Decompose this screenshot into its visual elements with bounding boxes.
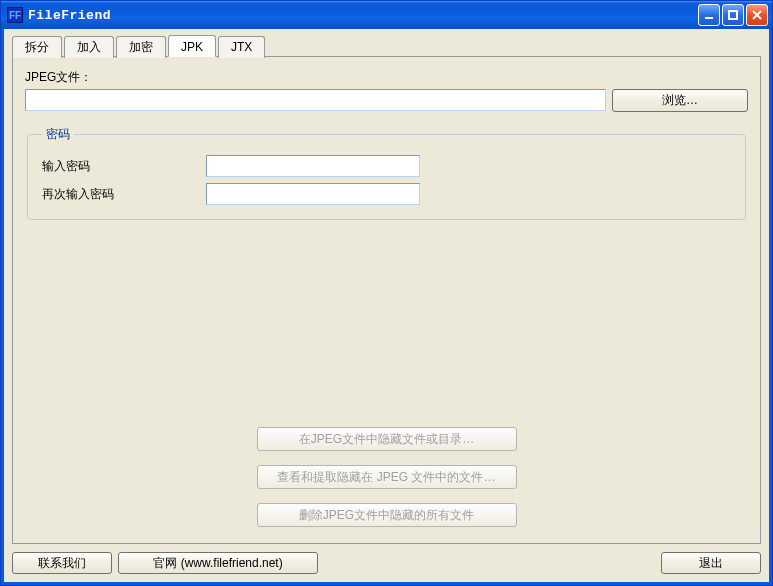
delete-hidden-button[interactable]: 删除JPEG文件中隐藏的所有文件 — [257, 503, 517, 527]
jpeg-file-input[interactable] — [25, 89, 606, 111]
confirm-password-label: 再次输入密码 — [42, 186, 206, 203]
extract-from-jpeg-button[interactable]: 查看和提取隐藏在 JPEG 文件中的文件… — [257, 465, 517, 489]
maximize-icon — [727, 9, 739, 21]
close-icon — [751, 9, 763, 21]
tab-split[interactable]: 拆分 — [12, 36, 62, 58]
close-button[interactable] — [746, 4, 768, 26]
window-title: FileFriend — [28, 8, 111, 23]
app-window: FF FileFriend 拆分 加入 加密 JPK JTX JPEG文件： — [0, 0, 773, 586]
website-button[interactable]: 官网 (www.filefriend.net) — [118, 552, 318, 574]
tab-panel-jpk: JPEG文件： 浏览… 密码 输入密码 再次输入密码 在JPEG文件中隐藏文件或… — [12, 56, 761, 544]
minimize-button[interactable] — [698, 4, 720, 26]
tab-jtx[interactable]: JTX — [218, 36, 265, 58]
svg-rect-1 — [729, 11, 737, 19]
tab-encrypt[interactable]: 加密 — [116, 36, 166, 58]
password-input[interactable] — [206, 155, 420, 177]
maximize-button[interactable] — [722, 4, 744, 26]
actions: 在JPEG文件中隐藏文件或目录… 查看和提取隐藏在 JPEG 文件中的文件… 删… — [25, 427, 748, 527]
password-label: 输入密码 — [42, 158, 206, 175]
contact-button[interactable]: 联系我们 — [12, 552, 112, 574]
footer: 联系我们 官网 (www.filefriend.net) 退出 — [12, 552, 761, 574]
minimize-icon — [703, 9, 715, 21]
client-area: 拆分 加入 加密 JPK JTX JPEG文件： 浏览… 密码 输入密码 再次输… — [1, 29, 772, 585]
titlebar[interactable]: FF FileFriend — [1, 1, 772, 29]
tab-join[interactable]: 加入 — [64, 36, 114, 58]
browse-button[interactable]: 浏览… — [612, 89, 748, 112]
jpeg-file-label: JPEG文件： — [25, 69, 748, 86]
app-icon: FF — [7, 7, 23, 23]
hide-in-jpeg-button[interactable]: 在JPEG文件中隐藏文件或目录… — [257, 427, 517, 451]
tab-jpk[interactable]: JPK — [168, 35, 216, 57]
password-group: 密码 输入密码 再次输入密码 — [27, 126, 746, 220]
exit-button[interactable]: 退出 — [661, 552, 761, 574]
tabs: 拆分 加入 加密 JPK JTX — [12, 35, 761, 57]
confirm-password-input[interactable] — [206, 183, 420, 205]
password-group-title: 密码 — [42, 126, 74, 143]
